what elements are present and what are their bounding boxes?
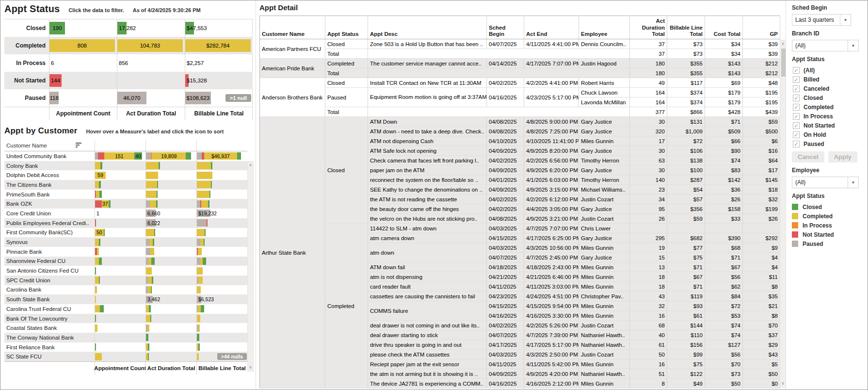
bar-segment[interactable]: 40 [134,152,142,160]
bar-segment[interactable] [186,152,191,160]
bar-segment[interactable] [146,248,150,255]
customer-bar-cell[interactable] [95,304,145,314]
bar-segment[interactable] [146,200,150,208]
customer-bar-cell[interactable] [196,342,247,352]
customer-name[interactable]: United Community Bank [4,151,95,161]
customer-name[interactable]: PrimeSouth Bank [4,190,95,199]
bar-segment[interactable] [197,267,203,275]
bar-segment[interactable] [146,239,149,246]
customer-bar-cell[interactable] [196,190,247,199]
bar-segment[interactable]: 118 [49,92,59,104]
bar-segment[interactable] [207,219,208,227]
status-bar-cell[interactable]: 104,783 [117,37,185,54]
bar-segment[interactable]: 19,809 [152,152,186,160]
checkbox-checked-icon[interactable]: ✓ [793,85,800,92]
status-filter-option[interactable]: ✓Completed [793,102,863,112]
customer-bar-cell[interactable] [145,228,196,238]
bar-segment[interactable] [100,305,103,312]
branch-id-dropdown[interactable]: (All) ▼ [792,40,859,51]
checkbox-checked-icon[interactable]: ✓ [793,141,800,147]
sort-icon[interactable] [76,143,82,148]
customer-bar-cell[interactable]: >44 nulls [196,352,247,361]
customer-bar-cell[interactable] [145,257,196,266]
bar-segment[interactable] [95,296,96,303]
employee-dropdown[interactable]: (All) ▼ [792,177,859,188]
customer-bar-cell[interactable]: $6,523 [196,294,247,304]
status-bar-cell[interactable]: $282,784 [185,37,253,54]
customer-bar-cell[interactable] [196,218,247,228]
detail-column-header[interactable]: Customer Name [260,16,325,39]
checkbox-checked-icon[interactable]: ✓ [793,104,800,111]
measure-axis-label[interactable]: Appointment Count [95,362,145,374]
bar-segment[interactable] [197,353,199,360]
bar-segment[interactable] [146,152,151,160]
chevron-down-icon[interactable]: ▼ [848,177,858,188]
bar-segment[interactable] [95,219,96,227]
customer-name[interactable]: The Conway National Bank [4,333,95,342]
bar-segment[interactable] [197,334,199,341]
bar-segment[interactable] [146,162,159,169]
status-bar-cell[interactable]: 856 [117,54,185,72]
bar-segment[interactable] [98,152,104,160]
detail-row[interactable]: Anderson Brothers BankClosedInstall TCR … [260,78,780,88]
customer-bar-cell[interactable] [95,218,145,228]
customer-bar-cell[interactable] [196,314,247,324]
bar-segment[interactable] [146,181,157,188]
bar-segment[interactable] [154,229,155,236]
customer-bar-cell[interactable] [196,257,247,266]
bar-segment[interactable] [204,239,205,246]
bar-segment[interactable] [148,353,149,360]
customer-name[interactable]: First Reliance Bank [4,342,95,352]
status-bar-cell[interactable]: $2,257 [185,54,253,72]
customer-name[interactable]: The Citizens Bank [4,180,95,190]
legend-item[interactable]: Completed [792,211,863,221]
customer-bar-cell[interactable] [95,190,145,199]
bar-segment[interactable]: 37 [102,200,109,208]
bar-segment[interactable] [99,239,100,246]
customer-bar-cell[interactable] [145,314,196,324]
detail-table-scrollbar[interactable]: ∧ ∨ [780,40,786,388]
customer-bar-cell[interactable] [145,199,196,209]
bar-segment[interactable] [197,191,209,198]
bar-segment[interactable] [96,191,99,198]
customer-bar-cell[interactable] [196,285,247,295]
customer-bar-cell[interactable] [196,170,247,180]
checkbox-checked-icon[interactable]: ✓ [793,122,800,129]
bar-segment[interactable] [95,181,99,188]
bar-segment[interactable] [95,305,100,312]
null-indicator-pill[interactable]: >1 null [225,94,251,102]
bar-segment[interactable] [198,325,200,332]
scroll-up-icon[interactable]: ∧ [249,162,252,169]
customer-bar-cell[interactable]: 1 [95,209,145,218]
bar-segment[interactable]: 808 [49,39,115,52]
customer-name[interactable]: San Antonio Citizens Fed CU [4,266,95,276]
customer-bar-cell[interactable] [145,352,196,361]
customer-bar-cell[interactable] [95,323,145,333]
status-filter-option[interactable]: ✓(All) [793,65,863,75]
bar-segment[interactable] [157,181,158,188]
apply-button[interactable]: Apply [828,151,857,162]
checkbox-checked-icon[interactable]: ✓ [793,76,800,83]
bar-segment[interactable] [237,152,241,160]
status-bar-cell[interactable]: $108,623>1 null [185,89,253,107]
status-filter-option[interactable]: ✓Paused [793,139,863,148]
status-filter-option[interactable]: ✓In Process [793,112,863,121]
detail-column-header[interactable]: Appt Desc [368,16,487,39]
bar-segment[interactable] [205,229,206,236]
bar-segment[interactable] [97,248,99,255]
customer-name[interactable]: Carolina Bank [4,285,95,295]
customer-bar-cell[interactable] [196,266,247,276]
customer-bar-cell[interactable]: 19,809 [145,151,196,161]
customer-name[interactable]: Sharonview Federal CU [4,257,95,266]
bar-segment[interactable] [99,258,101,265]
customer-bar-cell[interactable]: $46,937 [196,151,247,161]
customer-name[interactable]: SPC Credit Union [4,276,95,285]
scroll-down-icon[interactable]: ∨ [781,380,785,387]
bar-segment[interactable]: 144 [49,74,62,87]
customer-bar-cell[interactable] [145,276,196,285]
customer-bar-cell[interactable] [145,304,196,314]
bar-segment[interactable] [211,181,212,188]
bar-segment[interactable] [95,343,96,351]
status-bar-cell[interactable]: 144 [49,72,117,89]
bar-segment[interactable] [99,181,101,188]
